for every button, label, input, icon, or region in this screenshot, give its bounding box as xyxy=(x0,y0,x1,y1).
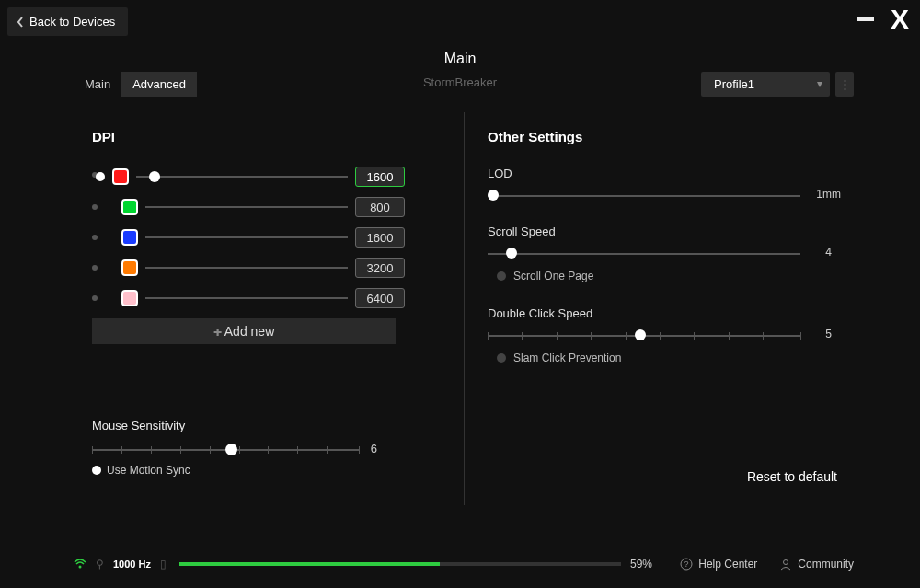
battery-fill xyxy=(179,562,440,566)
dpi-indicator-icon xyxy=(92,265,98,271)
dpi-active-indicator-icon xyxy=(92,172,105,181)
close-button[interactable]: X xyxy=(891,6,909,33)
profile-select[interactable]: Profile1 xyxy=(701,72,830,97)
usb-icon: ⚲ xyxy=(96,558,104,571)
community-icon xyxy=(779,558,792,571)
help-icon: ? xyxy=(680,558,693,571)
dpi-slider[interactable] xyxy=(136,176,348,178)
dpi-row-1[interactable]: 800 xyxy=(92,197,405,217)
polling-rate: 1000 Hz xyxy=(113,559,151,570)
dpi-slider[interactable] xyxy=(145,267,348,269)
community-label: Community xyxy=(798,558,854,571)
help-center-link[interactable]: ? Help Center xyxy=(680,558,757,571)
dpi-row-4[interactable]: 6400 xyxy=(92,288,405,308)
dpi-value-input[interactable]: 1600 xyxy=(355,227,405,248)
dpi-value-input[interactable]: 6400 xyxy=(355,288,405,308)
scroll-one-page-label: Scroll One Page xyxy=(513,270,593,282)
dpi-indicator-icon xyxy=(92,295,98,301)
sensitivity-value: 6 xyxy=(371,442,377,455)
svg-point-3 xyxy=(784,560,788,565)
battery-icon: ▯ xyxy=(160,558,167,571)
dpi-row-2[interactable]: 1600 xyxy=(92,227,405,248)
dpi-value-input[interactable]: 3200 xyxy=(355,258,405,278)
dpi-color-swatch[interactable] xyxy=(121,290,138,306)
dpi-slider[interactable] xyxy=(145,206,348,208)
add-dpi-button[interactable]: Add new xyxy=(92,318,396,344)
double-click-value: 5 xyxy=(825,328,832,340)
other-settings-title: Other Settings xyxy=(488,129,837,144)
dpi-row-3[interactable]: 3200 xyxy=(92,258,405,278)
lod-label: LOD xyxy=(488,167,837,180)
double-click-slider[interactable]: 5 xyxy=(488,335,810,337)
panel-divider xyxy=(464,112,465,505)
sensitivity-slider[interactable]: 6 xyxy=(92,449,359,451)
dpi-value-input[interactable]: 800 xyxy=(355,197,405,217)
dpi-color-swatch[interactable] xyxy=(112,168,129,185)
wireless-icon xyxy=(74,558,86,571)
minimize-button[interactable] xyxy=(857,17,874,21)
lod-handle[interactable] xyxy=(488,190,499,201)
slam-click-radio-icon xyxy=(497,353,506,363)
lod-value: 1mm xyxy=(816,188,841,201)
back-label: Back to Devices xyxy=(29,15,115,29)
sensitivity-handle[interactable] xyxy=(225,444,237,455)
motion-sync-label: Use Motion Sync xyxy=(107,464,190,477)
double-click-label: Double Click Speed xyxy=(488,306,837,320)
svg-point-0 xyxy=(79,565,82,568)
sensitivity-label: Mouse Sensitivity xyxy=(92,419,396,432)
dpi-indicator-icon xyxy=(92,235,98,240)
community-link[interactable]: Community xyxy=(779,558,854,571)
slam-click-toggle[interactable]: Slam Click Prevention xyxy=(497,352,837,364)
double-click-handle[interactable] xyxy=(635,329,646,340)
motion-sync-radio-icon xyxy=(92,466,101,475)
battery-bar xyxy=(179,562,621,566)
chevron-left-icon xyxy=(17,17,24,28)
dpi-indicator-icon xyxy=(92,204,98,210)
lod-slider[interactable]: 1mm xyxy=(488,195,810,197)
dpi-color-swatch[interactable] xyxy=(121,199,138,215)
tab-main[interactable]: Main xyxy=(74,72,121,97)
scroll-speed-value: 4 xyxy=(825,246,832,259)
motion-sync-toggle[interactable]: Use Motion Sync xyxy=(92,464,396,477)
device-name: StormBreaker xyxy=(423,75,497,89)
back-to-devices-button[interactable]: Back to Devices xyxy=(7,7,128,36)
dpi-slider[interactable] xyxy=(145,236,348,238)
scroll-one-page-toggle[interactable]: Scroll One Page xyxy=(497,270,837,282)
slam-click-label: Slam Click Prevention xyxy=(513,352,621,364)
tab-advanced[interactable]: Advanced xyxy=(121,72,197,97)
scroll-speed-slider[interactable]: 4 xyxy=(488,253,810,255)
dpi-slider[interactable] xyxy=(145,297,348,299)
scroll-handle[interactable] xyxy=(506,248,517,259)
dpi-color-swatch[interactable] xyxy=(121,259,138,276)
dpi-value-input[interactable]: 1600 xyxy=(355,167,405,187)
profile-selected-label: Profile1 xyxy=(714,77,754,91)
scroll-one-page-radio-icon xyxy=(497,271,506,281)
svg-text:?: ? xyxy=(684,559,689,569)
page-title: Main xyxy=(0,51,920,67)
dpi-section-title: DPI xyxy=(92,129,405,144)
reset-to-default-button[interactable]: Reset to default xyxy=(747,469,837,484)
dpi-color-swatch[interactable] xyxy=(121,229,138,246)
profile-menu-button[interactable]: ⋮ xyxy=(835,72,854,97)
scroll-speed-label: Scroll Speed xyxy=(488,225,837,238)
help-label: Help Center xyxy=(698,558,757,571)
dpi-row-0[interactable]: 1600 xyxy=(92,167,405,187)
battery-percent: 59% xyxy=(630,558,652,571)
